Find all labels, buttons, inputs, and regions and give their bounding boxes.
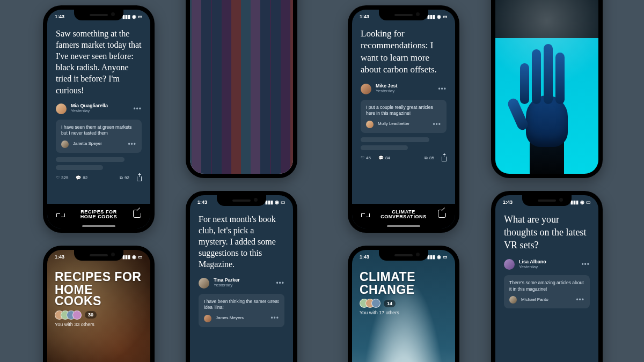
post-time: Yesterday bbox=[214, 283, 272, 288]
status-time: 1:43 bbox=[55, 254, 64, 260]
phone-post-vr: 1:43 ▮▮▮ ◉ ▭ What are your thoughts on t… bbox=[491, 191, 603, 362]
wifi-icon: ◉ bbox=[580, 200, 584, 205]
avatar bbox=[61, 141, 69, 148]
reply-author: James Meyers bbox=[216, 315, 244, 321]
hand-illustration bbox=[515, 29, 579, 174]
phone-post-bookclub: 1:43 ▮▮▮ ◉ ▭ For next month's book club,… bbox=[186, 191, 297, 362]
more-icon[interactable]: ••• bbox=[438, 85, 447, 93]
phone-cover-bookclub: BOOK CLUB 39 You with 42 others bbox=[186, 0, 297, 178]
compose-button[interactable] bbox=[131, 210, 143, 219]
signal-icon: ▮▮▮ bbox=[122, 14, 130, 19]
author-row[interactable]: Tina Parker Yesterday ••• bbox=[199, 278, 284, 289]
notch bbox=[379, 250, 428, 261]
post-body[interactable]: For next month's book club, let's pick a… bbox=[199, 213, 284, 270]
status-icons: ▮▮▮ ◉ ▭ bbox=[122, 254, 143, 260]
post-body[interactable]: Saw something at the famers market today… bbox=[56, 28, 142, 96]
wifi-icon: ◉ bbox=[437, 254, 441, 260]
member-count: 14 bbox=[384, 300, 396, 307]
status-time: 1:43 bbox=[360, 254, 369, 260]
post-time: Yesterday bbox=[71, 109, 129, 114]
more-icon[interactable]: ••• bbox=[433, 120, 441, 129]
phone-post-recipes: 1:43 ▮▮▮ ◉ ▭ Saw something at the famers… bbox=[43, 5, 155, 233]
notch bbox=[522, 195, 572, 206]
battery-icon: ▭ bbox=[586, 200, 591, 205]
post-body[interactable]: What are your thoughts on the latest VR … bbox=[504, 213, 590, 252]
battery-icon: ▭ bbox=[281, 200, 286, 205]
more-icon[interactable]: ••• bbox=[581, 261, 590, 268]
share-button[interactable] bbox=[137, 175, 142, 180]
battery-icon: ▭ bbox=[138, 254, 143, 260]
member-stack[interactable]: 30 bbox=[55, 311, 143, 320]
reply-text: I put a couple really great articles her… bbox=[366, 105, 441, 117]
battery-icon: ▭ bbox=[443, 14, 448, 19]
loading-skeleton bbox=[361, 137, 447, 150]
like-button[interactable]: ♡ 45 bbox=[361, 156, 371, 160]
more-icon[interactable]: ••• bbox=[576, 295, 584, 304]
compose-button[interactable] bbox=[436, 210, 448, 219]
phone-cover-recipes: 1:43 ▮▮▮ ◉ ▭ RECIPES FOR HOME COOKS 30 Y… bbox=[43, 246, 155, 362]
wifi-icon: ◉ bbox=[437, 14, 441, 19]
reply-author: Janetta Speyer bbox=[73, 141, 102, 147]
author-row[interactable]: Mike Jest Yesterday ••• bbox=[361, 84, 447, 94]
nav-title[interactable]: RECIPES FOR HOME COOKS bbox=[67, 210, 131, 220]
cover-title-line1: RECIPES FOR bbox=[55, 271, 143, 283]
phone-cover-climate: 1:43 ▮▮▮ ◉ ▭ CLIMATE CHANGE 14 You with … bbox=[348, 246, 459, 362]
status-time: 1:43 bbox=[55, 14, 64, 19]
post-time: Yesterday bbox=[376, 89, 434, 94]
reply-card[interactable]: I have seen them at green markets but I … bbox=[56, 120, 142, 153]
wifi-icon: ◉ bbox=[132, 14, 136, 19]
post-body[interactable]: Looking for recommendations: I want to l… bbox=[361, 28, 447, 76]
comment-button[interactable]: 💬 84 bbox=[378, 156, 390, 160]
avatar bbox=[366, 121, 374, 128]
cover-title-line2: CHANGE bbox=[360, 284, 448, 296]
home-indicator bbox=[387, 225, 420, 227]
copy-button[interactable]: ⧉ 92 bbox=[120, 175, 129, 181]
avatar bbox=[361, 84, 371, 94]
copy-button[interactable]: ⧉ 85 bbox=[425, 156, 434, 161]
reply-card[interactable]: I put a couple really great articles her… bbox=[361, 100, 447, 133]
author-row[interactable]: Lisa Albano Yesterday ••• bbox=[504, 259, 590, 270]
avatar bbox=[56, 104, 67, 114]
expand-icon[interactable] bbox=[360, 210, 371, 219]
signal-icon: ▮▮▮ bbox=[122, 254, 130, 260]
notch bbox=[74, 10, 123, 20]
loading-skeleton bbox=[56, 157, 142, 170]
reply-card[interactable]: I have been thinking the same! Great ide… bbox=[199, 294, 284, 327]
post-time: Yesterday bbox=[519, 265, 577, 270]
notch bbox=[379, 10, 428, 20]
cover-title-line1: CLIMATE bbox=[360, 271, 448, 283]
cover-title-line2: HOME COOKS bbox=[55, 284, 143, 307]
more-icon[interactable]: ••• bbox=[276, 279, 284, 287]
comment-button[interactable]: 💬 82 bbox=[76, 175, 87, 180]
expand-icon[interactable] bbox=[55, 210, 67, 219]
member-stack[interactable]: 14 bbox=[360, 299, 448, 308]
status-icons: ▮▮▮ ◉ ▭ bbox=[427, 254, 448, 260]
notch bbox=[74, 250, 123, 261]
compose-icon bbox=[133, 210, 141, 218]
signal-icon: ▮▮▮ bbox=[570, 200, 579, 205]
reply-text: I have been thinking the same! Great ide… bbox=[204, 299, 279, 311]
more-icon[interactable]: ••• bbox=[128, 140, 136, 149]
wifi-icon: ◉ bbox=[132, 254, 136, 260]
share-button[interactable] bbox=[442, 156, 447, 160]
signal-icon: ▮▮▮ bbox=[265, 200, 273, 205]
home-indicator bbox=[82, 225, 115, 227]
signal-icon: ▮▮▮ bbox=[427, 254, 435, 260]
reply-card[interactable]: There's some amazing articles about it i… bbox=[504, 275, 590, 308]
avatar bbox=[204, 315, 211, 322]
member-count: 30 bbox=[85, 311, 97, 319]
author-row[interactable]: Mia Quagliarella Yesterday ••• bbox=[56, 104, 142, 114]
status-time: 1:43 bbox=[503, 200, 513, 205]
cover-subtitle: You with 17 others bbox=[360, 310, 448, 315]
bottom-nav: RECIPES FOR HOME COOKS bbox=[47, 204, 150, 228]
status-icons: ▮▮▮ ◉ ▭ bbox=[570, 200, 591, 205]
compose-icon bbox=[438, 210, 446, 218]
more-icon[interactable]: ••• bbox=[133, 105, 142, 113]
reply-text: I have seen them at green markets but I … bbox=[61, 124, 136, 137]
like-button[interactable]: ♡ 325 bbox=[56, 175, 68, 180]
nav-title[interactable]: CLIMATE CONVERSATIONS bbox=[371, 210, 436, 220]
status-time: 1:43 bbox=[197, 200, 207, 205]
more-icon[interactable]: ••• bbox=[270, 314, 279, 322]
battery-icon: ▭ bbox=[443, 254, 448, 260]
signal-icon: ▮▮▮ bbox=[427, 14, 435, 19]
